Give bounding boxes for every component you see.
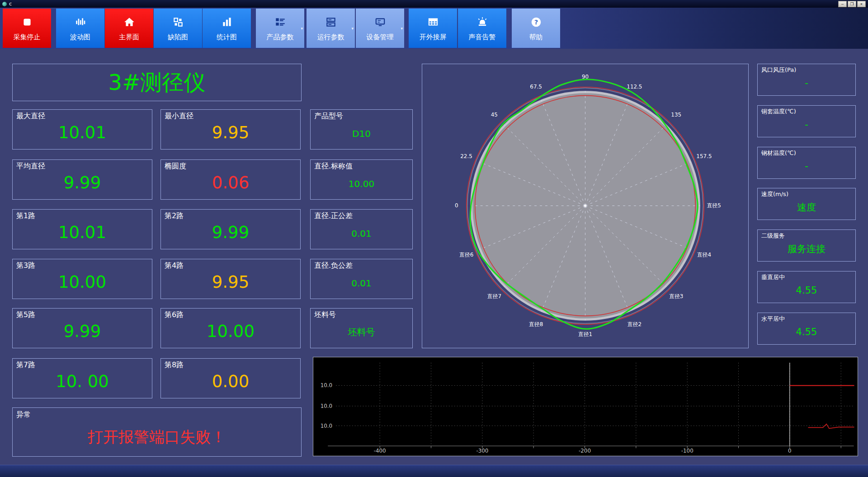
metric-card-path3: 第3路 10.00 bbox=[12, 259, 152, 299]
status-card-copper-sleeve-temp: 铜套温度(℃) - bbox=[757, 105, 856, 137]
svg-text:10.0: 10.0 bbox=[321, 403, 332, 409]
metric-card-path8: 第8路 0.00 bbox=[160, 358, 301, 398]
toolbar-button-product-params[interactable]: 产品参数 ▾ bbox=[256, 9, 304, 48]
metric-value: 0.01 bbox=[311, 268, 412, 298]
metric-value: 10.00 bbox=[13, 267, 152, 298]
metric-card-path6: 第6路 10.00 bbox=[160, 308, 301, 348]
titlebar: c – ❐ × bbox=[0, 0, 868, 8]
metric-card-path4: 第4路 9.95 bbox=[160, 259, 301, 299]
svg-text:0: 0 bbox=[788, 448, 792, 454]
metric-card-tolerance-plus: 直径.正公差 0.01 bbox=[310, 209, 413, 249]
window-title: c bbox=[9, 1, 12, 7]
close-button[interactable]: × bbox=[857, 1, 866, 7]
svg-text:22.5: 22.5 bbox=[460, 153, 472, 159]
svg-text:90: 90 bbox=[582, 74, 589, 80]
svg-text:135: 135 bbox=[671, 112, 681, 118]
trend-chart-content: 10.010.010.0-400-300-200-1000 bbox=[321, 363, 854, 454]
metric-value: 9.99 bbox=[13, 167, 152, 198]
chevron-down-icon: ▾ bbox=[351, 26, 354, 31]
bar-chart-icon bbox=[221, 15, 233, 29]
status-card-horizontal-center: 水平居中 4.55 bbox=[757, 313, 856, 345]
run-params-icon bbox=[325, 15, 337, 29]
svg-text:10.0: 10.0 bbox=[321, 382, 332, 388]
status-card-wind-pressure: 风口风压(Pa) - bbox=[757, 64, 856, 96]
toolbar-button-sound-alarm[interactable]: 声音告警 bbox=[458, 9, 506, 48]
external-screen-icon bbox=[427, 15, 439, 29]
page-title: 3#测径仪 bbox=[12, 64, 302, 101]
metric-card-nominal-diameter: 直径.标称值 10.00 bbox=[310, 159, 413, 200]
svg-text:直径3: 直径3 bbox=[669, 293, 683, 299]
toolbar-button-help[interactable]: ? 帮助 bbox=[512, 9, 560, 48]
metric-value: 10.01 bbox=[13, 217, 152, 248]
metric-value: 9.95 bbox=[161, 117, 300, 148]
metric-value: 9.99 bbox=[161, 217, 300, 248]
svg-text:10.0: 10.0 bbox=[321, 423, 332, 429]
status-card-secondary-service: 二级服务 服务连接 bbox=[757, 229, 856, 262]
metric-card-path2: 第2路 9.99 bbox=[160, 209, 301, 249]
toolbar-button-defect-chart[interactable]: 缺陷图 bbox=[154, 9, 202, 48]
window-controls: – ❐ × bbox=[838, 1, 867, 7]
help-icon: ? bbox=[530, 15, 542, 29]
svg-text:-400: -400 bbox=[374, 448, 386, 454]
status-value: 4.55 bbox=[758, 279, 855, 302]
toolbar-button-wave-chart[interactable]: 波动图 bbox=[56, 9, 104, 48]
svg-text:67.5: 67.5 bbox=[530, 84, 542, 90]
svg-text:0: 0 bbox=[455, 202, 458, 209]
svg-text:直径8: 直径8 bbox=[529, 321, 543, 327]
alarm-siren-icon bbox=[476, 15, 488, 29]
status-value: 服务连接 bbox=[758, 237, 855, 260]
alarm-message: 打开报警端口失败！ bbox=[13, 418, 301, 456]
metric-value: D10 bbox=[311, 119, 412, 148]
defect-grid-icon bbox=[172, 15, 184, 29]
metric-card-max-diameter: 最大直径 10.01 bbox=[12, 109, 152, 150]
trend-chart: 10.010.010.0-400-300-200-1000 bbox=[313, 357, 858, 456]
toolbar-button-statistics-chart[interactable]: 统计图 bbox=[203, 9, 251, 48]
svg-text:-200: -200 bbox=[579, 448, 591, 454]
svg-text:-100: -100 bbox=[681, 448, 693, 454]
status-card-steel-temp: 钢材温度(℃) - bbox=[757, 147, 856, 179]
metric-value: 10.00 bbox=[161, 316, 300, 347]
home-icon bbox=[123, 15, 135, 29]
center-point bbox=[584, 205, 586, 207]
product-params-icon bbox=[274, 15, 286, 29]
metric-card-ellipticity: 椭圆度 0.06 bbox=[160, 159, 301, 200]
app-window: c – ❐ × 采集停止 波动图 主界面 bbox=[0, 0, 868, 477]
metric-value: 坯料号 bbox=[311, 318, 412, 347]
waveform-icon bbox=[75, 15, 86, 29]
metric-value: 10.01 bbox=[13, 117, 152, 148]
metric-value: 0.06 bbox=[161, 167, 300, 198]
toolbar-button-main-screen[interactable]: 主界面 bbox=[105, 9, 153, 48]
metric-value: 9.95 bbox=[161, 267, 300, 298]
metric-card-min-diameter: 最小直径 9.95 bbox=[160, 109, 301, 150]
status-value: - bbox=[758, 113, 855, 136]
metric-value: 10. 00 bbox=[13, 366, 152, 397]
toolbar-button-run-params[interactable]: 运行参数 ▾ bbox=[307, 9, 355, 48]
svg-text:45: 45 bbox=[491, 112, 498, 118]
status-bar bbox=[0, 465, 868, 477]
metric-card-product-model: 产品型号 D10 bbox=[310, 109, 413, 150]
svg-text:直径1: 直径1 bbox=[578, 331, 592, 337]
status-value: - bbox=[758, 154, 855, 178]
metric-card-path1: 第1路 10.01 bbox=[12, 209, 152, 249]
toolbar-button-external-screen[interactable]: 开外接屏 bbox=[409, 9, 457, 48]
metric-value: 10.00 bbox=[311, 169, 412, 198]
metric-card-path5: 第5路 9.99 bbox=[12, 308, 152, 348]
toolbar-button-stop-collection[interactable]: 采集停止 bbox=[3, 9, 51, 48]
status-value: - bbox=[758, 71, 855, 94]
svg-text:直径5: 直径5 bbox=[707, 202, 721, 209]
status-card-speed: 速度(m/s) 速度 bbox=[757, 188, 856, 220]
toolbar-button-device-management[interactable]: 设备管理 ▾ bbox=[356, 9, 404, 48]
svg-text:直径6: 直径6 bbox=[459, 252, 473, 258]
stop-icon bbox=[21, 15, 33, 29]
metric-card-avg-diameter: 平均直径 9.99 bbox=[12, 159, 152, 200]
chevron-down-icon: ▾ bbox=[301, 26, 303, 31]
minimize-button[interactable]: – bbox=[838, 1, 847, 7]
metric-card-path7: 第7路 10. 00 bbox=[12, 358, 152, 398]
svg-text:直径2: 直径2 bbox=[627, 321, 642, 327]
metric-card-tolerance-minus: 直径.负公差 0.01 bbox=[310, 259, 413, 299]
metric-value: 0.01 bbox=[311, 219, 412, 248]
trend-chart-panel: 10.010.010.0-400-300-200-1000 bbox=[313, 357, 858, 456]
maximize-button[interactable]: ❐ bbox=[848, 1, 856, 7]
metric-value: 0.00 bbox=[161, 366, 300, 397]
svg-text:-300: -300 bbox=[476, 448, 488, 454]
